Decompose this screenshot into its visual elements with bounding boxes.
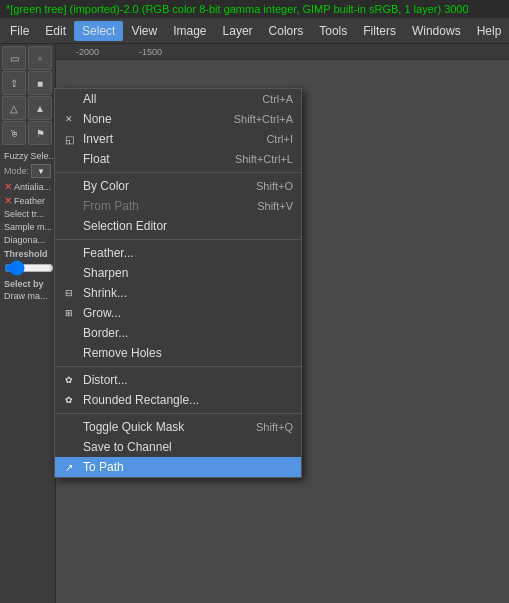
feather-menu-label: Feather... bbox=[83, 246, 134, 260]
float-shortcut: Shift+Ctrl+L bbox=[235, 153, 293, 165]
mode-dropdown[interactable]: ▼ bbox=[31, 164, 51, 178]
sep-2 bbox=[55, 239, 301, 240]
none-shortcut: Shift+Ctrl+A bbox=[234, 113, 293, 125]
menu-entry-by-color[interactable]: By Color Shift+O bbox=[55, 176, 301, 196]
by-color-label: By Color bbox=[83, 179, 129, 193]
from-path-label: From Path bbox=[83, 199, 139, 213]
save-to-channel-label: Save to Channel bbox=[83, 440, 172, 454]
menu-entry-to-path[interactable]: ↗ To Path bbox=[55, 457, 301, 477]
remove-holes-label: Remove Holes bbox=[83, 346, 162, 360]
menu-help[interactable]: Help bbox=[469, 21, 509, 41]
shrink-icon: ⊟ bbox=[61, 285, 77, 301]
all-label: All bbox=[83, 92, 96, 106]
menu-entry-invert[interactable]: ◱ Invert Ctrl+I bbox=[55, 129, 301, 149]
tool-btn-7[interactable]: 🖰 bbox=[2, 121, 26, 145]
ruler-horizontal: -2000 -1500 bbox=[56, 44, 509, 60]
grow-label: Grow... bbox=[83, 306, 121, 320]
menu-entry-none[interactable]: ✕ None Shift+Ctrl+A bbox=[55, 109, 301, 129]
tool-btn-4[interactable]: ■ bbox=[28, 71, 52, 95]
select-by-label: Select by bbox=[2, 277, 53, 289]
menu-entry-sharpen[interactable]: Sharpen bbox=[55, 263, 301, 283]
toolbar-row-1: ▭ ▫ bbox=[2, 46, 53, 70]
menu-entry-distort[interactable]: ✿ Distort... bbox=[55, 370, 301, 390]
tool-btn-1[interactable]: ▭ bbox=[2, 46, 26, 70]
float-icon bbox=[61, 151, 77, 167]
menu-view[interactable]: View bbox=[123, 21, 165, 41]
menu-windows[interactable]: Windows bbox=[404, 21, 469, 41]
distort-label: Distort... bbox=[83, 373, 128, 387]
menu-entry-from-path: From Path Shift+V bbox=[55, 196, 301, 216]
all-shortcut: Ctrl+A bbox=[262, 93, 293, 105]
menu-edit[interactable]: Edit bbox=[37, 21, 74, 41]
feather-icon bbox=[61, 245, 77, 261]
border-icon bbox=[61, 325, 77, 341]
by-color-shortcut: Shift+O bbox=[256, 180, 293, 192]
sep-4 bbox=[55, 413, 301, 414]
menu-layer[interactable]: Layer bbox=[215, 21, 261, 41]
mode-row: Mode: ▼ bbox=[2, 163, 53, 179]
menu-entry-all[interactable]: All Ctrl+A bbox=[55, 89, 301, 109]
float-label: Float bbox=[83, 152, 110, 166]
menu-bar: File Edit Select View Image Layer Colors… bbox=[0, 18, 509, 44]
menu-entry-toggle-quick-mask[interactable]: Toggle Quick Mask Shift+Q bbox=[55, 417, 301, 437]
menu-entry-save-to-channel[interactable]: Save to Channel bbox=[55, 437, 301, 457]
toolbar-row-2: ⇪ ■ bbox=[2, 71, 53, 95]
invert-icon: ◱ bbox=[61, 131, 77, 147]
menu-file[interactable]: File bbox=[2, 21, 37, 41]
menu-filters[interactable]: Filters bbox=[355, 21, 404, 41]
tool-btn-6[interactable]: ▲ bbox=[28, 96, 52, 120]
menu-entry-grow[interactable]: ⊞ Grow... bbox=[55, 303, 301, 323]
rounded-rect-label: Rounded Rectangle... bbox=[83, 393, 199, 407]
mode-label: Mode: bbox=[4, 166, 29, 176]
threshold-label: Threshold bbox=[2, 247, 53, 259]
sharpen-icon bbox=[61, 265, 77, 281]
menu-tools[interactable]: Tools bbox=[311, 21, 355, 41]
main-area: ▭ ▫ ⇪ ■ △ ▲ 🖰 ⚑ Fuzzy Sele... Mode: ▼ ✕ … bbox=[0, 44, 509, 603]
toolbar-row-4: 🖰 ⚑ bbox=[2, 121, 53, 145]
distort-icon: ✿ bbox=[61, 372, 77, 388]
tool-btn-8[interactable]: ⚑ bbox=[28, 121, 52, 145]
menu-entry-float[interactable]: Float Shift+Ctrl+L bbox=[55, 149, 301, 169]
by-color-icon bbox=[61, 178, 77, 194]
none-label: None bbox=[83, 112, 112, 126]
menu-entry-feather[interactable]: Feather... bbox=[55, 243, 301, 263]
sample-label: Sample m... bbox=[2, 221, 53, 233]
selection-editor-icon bbox=[61, 218, 77, 234]
threshold-slider[interactable] bbox=[4, 261, 54, 275]
grow-icon: ⊞ bbox=[61, 305, 77, 321]
sharpen-label: Sharpen bbox=[83, 266, 128, 280]
sep-3 bbox=[55, 366, 301, 367]
diagonal-label: Diagona... bbox=[2, 234, 53, 246]
menu-entry-shrink[interactable]: ⊟ Shrink... bbox=[55, 283, 301, 303]
tool-btn-3[interactable]: ⇪ bbox=[2, 71, 26, 95]
rounded-rect-icon: ✿ bbox=[61, 392, 77, 408]
tool-btn-5[interactable]: △ bbox=[2, 96, 26, 120]
title-bar: *[green tree] (imported)-2.0 (RGB color … bbox=[0, 0, 509, 18]
select-tr-label: Select tr... bbox=[2, 208, 53, 220]
menu-entry-border[interactable]: Border... bbox=[55, 323, 301, 343]
invert-shortcut: Ctrl+I bbox=[266, 133, 293, 145]
menu-select[interactable]: Select bbox=[74, 21, 123, 41]
feather-label: Feather bbox=[14, 196, 45, 206]
menu-colors[interactable]: Colors bbox=[261, 21, 312, 41]
x-mark-feather: ✕ bbox=[4, 195, 12, 206]
toggle-quick-mask-label: Toggle Quick Mask bbox=[83, 420, 184, 434]
draw-mask-label: Draw ma... bbox=[2, 290, 53, 302]
menu-entry-selection-editor[interactable]: Selection Editor bbox=[55, 216, 301, 236]
invert-label: Invert bbox=[83, 132, 113, 146]
border-label: Border... bbox=[83, 326, 128, 340]
menu-image[interactable]: Image bbox=[165, 21, 214, 41]
quick-mask-shortcut: Shift+Q bbox=[256, 421, 293, 433]
sep-1 bbox=[55, 172, 301, 173]
menu-entry-rounded-rectangle[interactable]: ✿ Rounded Rectangle... bbox=[55, 390, 301, 410]
selection-editor-label: Selection Editor bbox=[83, 219, 167, 233]
left-toolbar: ▭ ▫ ⇪ ■ △ ▲ 🖰 ⚑ Fuzzy Sele... Mode: ▼ ✕ … bbox=[0, 44, 56, 603]
tool-btn-2[interactable]: ▫ bbox=[28, 46, 52, 70]
antialias-row: ✕ Antialia... bbox=[2, 180, 53, 193]
title-text: *[green tree] (imported)-2.0 (RGB color … bbox=[6, 3, 469, 15]
shrink-label: Shrink... bbox=[83, 286, 127, 300]
to-path-label: To Path bbox=[83, 460, 124, 474]
menu-entry-remove-holes[interactable]: Remove Holes bbox=[55, 343, 301, 363]
ruler-mark-2: -1500 bbox=[139, 47, 162, 57]
from-path-icon bbox=[61, 198, 77, 214]
